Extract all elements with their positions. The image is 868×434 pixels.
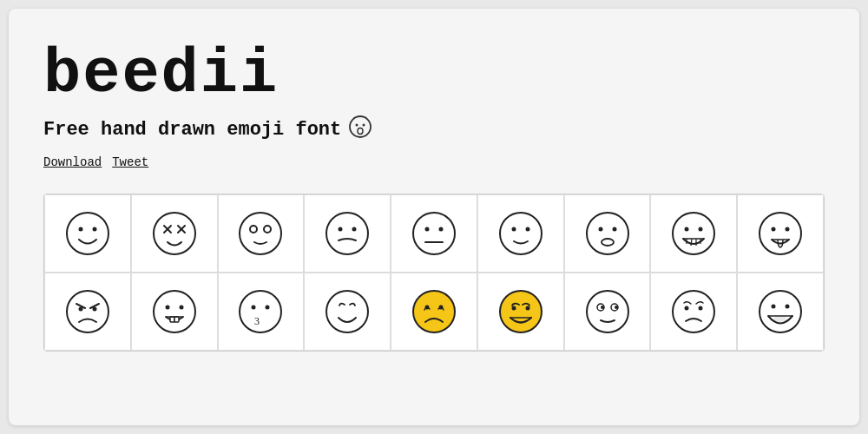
svg-point-53: [252, 306, 256, 310]
emoji-cell-skeptic: [304, 194, 391, 273]
svg-point-60: [500, 291, 542, 332]
emoji-cell-worried: [650, 273, 737, 351]
svg-point-71: [699, 306, 703, 311]
svg-point-25: [587, 213, 628, 254]
emoji-cell-side-eye: [564, 273, 651, 351]
svg-point-64: [587, 291, 628, 332]
svg-point-29: [673, 213, 714, 254]
svg-point-74: [786, 305, 790, 309]
emoji-cell-angry: [44, 273, 131, 351]
emoji-cell-tongue: [737, 194, 824, 273]
svg-point-14: [264, 226, 271, 233]
tagline-emoji: [348, 115, 372, 145]
site-title: beedii: [43, 43, 825, 106]
emoji-cell-happy-simple: [304, 273, 391, 351]
svg-point-23: [511, 227, 516, 232]
emoji-cell-buck-teeth: [131, 273, 218, 351]
svg-point-19: [424, 227, 429, 232]
svg-point-76: [773, 315, 787, 324]
emoji-cell-dead: [131, 194, 218, 273]
svg-point-12: [240, 213, 281, 254]
svg-point-56: [326, 291, 368, 332]
emoji-cell-laugh: [737, 273, 824, 351]
emoji-cell-wide-eyes: [218, 194, 305, 273]
svg-point-13: [250, 226, 257, 233]
page-container: beedii Free hand drawn emoji font Downlo…: [9, 9, 859, 425]
tagline-text: Free hand drawn emoji font: [43, 119, 341, 141]
svg-point-22: [500, 213, 542, 254]
svg-point-44: [78, 307, 82, 312]
svg-point-66: [601, 306, 604, 309]
emoji-cell-happy-yellow: [477, 273, 564, 351]
svg-point-62: [525, 306, 529, 311]
svg-point-2: [363, 124, 365, 127]
svg-point-27: [612, 227, 616, 232]
emoji-cell-slight-smile: [477, 194, 564, 273]
emoji-cell-smile: [44, 194, 131, 273]
svg-point-57: [413, 291, 455, 332]
svg-rect-50: [174, 317, 179, 322]
tweet-link[interactable]: Tweet: [112, 155, 148, 169]
links: Download Tweet: [43, 155, 825, 169]
svg-point-38: [772, 227, 776, 232]
svg-point-48: [179, 306, 183, 310]
svg-point-47: [165, 306, 169, 310]
emoji-cell-kiss: 3: [218, 273, 305, 351]
svg-point-70: [685, 306, 689, 311]
svg-text:3: 3: [254, 315, 260, 327]
emoji-cell-sad-yellow: [391, 273, 477, 351]
svg-point-31: [699, 227, 703, 232]
svg-point-6: [92, 227, 96, 232]
svg-point-45: [92, 307, 96, 312]
svg-point-30: [685, 227, 689, 232]
svg-point-52: [240, 291, 281, 332]
svg-point-69: [673, 291, 714, 332]
emoji-cell-neutral: [391, 194, 477, 273]
svg-point-46: [154, 291, 195, 332]
svg-point-61: [511, 306, 516, 311]
svg-point-68: [615, 306, 618, 309]
svg-point-37: [760, 213, 801, 254]
svg-point-17: [352, 227, 357, 232]
emoji-cell-grin: [650, 194, 737, 273]
svg-point-4: [67, 213, 108, 254]
svg-point-72: [760, 291, 801, 332]
emoji-grid: 3: [43, 194, 825, 352]
svg-point-54: [266, 306, 270, 310]
svg-point-41: [67, 291, 108, 332]
download-link[interactable]: Download: [43, 155, 102, 169]
svg-point-20: [438, 227, 443, 232]
svg-point-3: [358, 128, 363, 135]
svg-point-1: [356, 124, 358, 127]
svg-point-5: [78, 227, 82, 232]
svg-point-16: [339, 227, 343, 232]
svg-point-24: [525, 227, 529, 232]
emoji-cell-open-mouth: [564, 194, 651, 273]
svg-point-73: [772, 305, 776, 309]
svg-point-39: [786, 227, 790, 232]
svg-point-15: [326, 213, 368, 254]
svg-point-7: [154, 213, 195, 254]
svg-point-18: [413, 213, 455, 254]
tagline: Free hand drawn emoji font: [43, 115, 825, 145]
svg-point-26: [598, 227, 602, 232]
